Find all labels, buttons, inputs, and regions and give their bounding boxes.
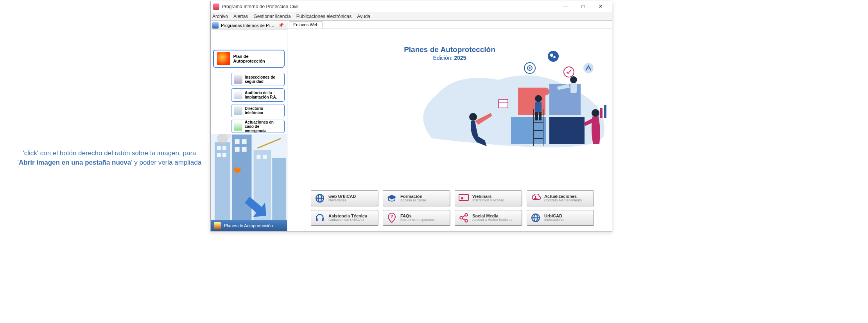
svg-point-50 bbox=[461, 197, 463, 199]
alert-icon bbox=[234, 122, 242, 131]
svg-rect-27 bbox=[499, 99, 508, 108]
book-icon bbox=[234, 91, 242, 99]
svg-rect-31 bbox=[604, 105, 606, 118]
sidebar-footer[interactable]: Planes de Autoprotección bbox=[211, 220, 287, 231]
instruction-text: 'click' con el botón derecho del ratón s… bbox=[16, 149, 203, 167]
sidebar: Programas Internos de Protección.. 📌 Pla… bbox=[211, 21, 287, 231]
directorio-label: Directorio telefónico bbox=[245, 106, 282, 115]
auditoria-label: Auditoria de la Implantación P.A. bbox=[245, 91, 282, 99]
svg-point-55 bbox=[465, 214, 468, 216]
sidebar-footer-icon bbox=[214, 222, 221, 229]
actuaciones-label: Actuaciones en caso de emergencia bbox=[245, 120, 282, 133]
inspecciones-label: Inspecciones de seguridad bbox=[245, 75, 282, 84]
svg-rect-8 bbox=[222, 153, 226, 157]
menu-gestionar[interactable]: Gestionar licencia bbox=[253, 14, 291, 19]
magnifier-icon bbox=[234, 75, 242, 84]
plan-autoproteccion-label: Plan de Autoprotección bbox=[233, 54, 281, 63]
formacion-button[interactable]: FormaciónAcceso al Curso bbox=[383, 190, 450, 206]
maximize-button[interactable]: □ bbox=[574, 1, 592, 12]
globe-icon bbox=[314, 193, 325, 204]
titlebar: Programa Interno de Protección Civil — □… bbox=[211, 1, 612, 12]
sidebar-illustration bbox=[211, 134, 287, 220]
tab-enlaces-web[interactable]: Enlaces Web bbox=[289, 22, 323, 29]
social-media-button[interactable]: Social MediaAcceso a Redes Sociales bbox=[455, 210, 522, 226]
pin-icon[interactable]: 📌 bbox=[277, 23, 285, 28]
main-pane: Enlaces Web Planes de Autoprotección Edi… bbox=[287, 21, 612, 231]
close-button[interactable]: ✕ bbox=[592, 1, 610, 12]
svg-line-58 bbox=[462, 219, 465, 220]
btn-sub: Encuentre respuestas bbox=[400, 218, 435, 222]
svg-rect-6 bbox=[222, 146, 226, 150]
svg-rect-49 bbox=[459, 194, 468, 201]
content-area: Programas Internos de Protección.. 📌 Pla… bbox=[211, 21, 612, 231]
web-urbicad-button[interactable]: web UrbiCADNovedades bbox=[311, 190, 378, 206]
menu-publicaciones[interactable]: Publicaciones electrónicas bbox=[296, 14, 352, 19]
btn-sub: Novedades bbox=[328, 199, 356, 203]
main-content: Planes de Autoprotección Edición: 2025 bbox=[287, 29, 612, 231]
btn-sub: Contrato Mantenimiento bbox=[544, 199, 582, 203]
auditoria-button[interactable]: Auditoria de la Implantación P.A. bbox=[231, 88, 285, 102]
tab-strip: Enlaces Web bbox=[289, 22, 323, 29]
instruction-line2: 'Abrir imagen en una pestaña nueva' y po… bbox=[16, 158, 203, 167]
svg-rect-52 bbox=[322, 218, 323, 221]
app-window: Programa Interno de Protección Civil — □… bbox=[210, 1, 612, 231]
urbicad-intl-button[interactable]: UrbiCADInternacional bbox=[527, 210, 594, 226]
sidebar-footer-label: Planes de Autoprotección bbox=[224, 223, 273, 228]
svg-rect-41 bbox=[535, 112, 538, 120]
phone-icon bbox=[234, 106, 242, 115]
sidebar-header: Programas Internos de Protección.. 📌 bbox=[211, 21, 287, 30]
actualizaciones-button[interactable]: ActualizacionesContrato Mantenimiento bbox=[527, 190, 594, 206]
sidebar-header-label: Programas Internos de Protección.. bbox=[221, 23, 274, 28]
svg-rect-7 bbox=[217, 153, 221, 157]
headset-icon bbox=[314, 212, 325, 223]
instruction-line1: 'click' con el botón derecho del ratón s… bbox=[16, 149, 203, 158]
menu-alertas[interactable]: Alertas bbox=[233, 14, 248, 19]
svg-rect-12 bbox=[242, 147, 247, 152]
directorio-button[interactable]: Directorio telefónico bbox=[231, 104, 285, 117]
link-buttons-grid: web UrbiCADNovedades FormaciónAcceso al … bbox=[311, 190, 600, 226]
svg-rect-51 bbox=[316, 218, 317, 221]
btn-sub: Internacional bbox=[544, 218, 565, 222]
svg-point-43 bbox=[570, 76, 577, 83]
svg-point-19 bbox=[550, 54, 553, 57]
svg-point-56 bbox=[465, 219, 468, 222]
svg-rect-30 bbox=[600, 108, 603, 118]
btn-sub: Inscripción y Acceso bbox=[472, 199, 504, 203]
svg-point-38 bbox=[469, 113, 477, 121]
fire-icon bbox=[217, 52, 230, 65]
svg-rect-9 bbox=[235, 139, 240, 144]
globe-icon bbox=[530, 212, 541, 223]
svg-point-18 bbox=[548, 51, 559, 62]
webinars-button[interactable]: WebinarsInscripción y Acceso bbox=[455, 190, 522, 206]
inspecciones-button[interactable]: Inspecciones de seguridad bbox=[231, 73, 285, 86]
btn-sub: Acceso al Curso bbox=[400, 199, 426, 203]
svg-point-23 bbox=[529, 67, 531, 69]
menubar: Archivo Alertas Gestionar licencia Publi… bbox=[211, 12, 612, 21]
svg-point-39 bbox=[535, 95, 542, 102]
svg-text:?: ? bbox=[390, 214, 393, 219]
svg-line-57 bbox=[462, 215, 465, 217]
svg-rect-4 bbox=[272, 158, 286, 220]
svg-rect-40 bbox=[535, 102, 542, 113]
btn-sub: Acceso a Redes Sociales bbox=[472, 218, 512, 222]
actuaciones-button[interactable]: Actuaciones en caso de emergencia bbox=[231, 120, 285, 133]
download-cloud-icon bbox=[530, 193, 541, 204]
svg-rect-20 bbox=[553, 56, 556, 58]
plan-autoproteccion-button[interactable]: Plan de Autoprotección bbox=[213, 50, 285, 68]
question-pin-icon: ? bbox=[386, 212, 397, 223]
btn-sub: Contacte con UrbiCAD bbox=[328, 218, 367, 222]
svg-rect-14 bbox=[263, 155, 267, 159]
svg-rect-5 bbox=[217, 146, 221, 150]
app-icon bbox=[213, 4, 219, 10]
menu-archivo[interactable]: Archivo bbox=[212, 14, 228, 19]
share-icon bbox=[458, 212, 469, 223]
svg-rect-11 bbox=[235, 147, 240, 152]
faqs-button[interactable]: ? FAQsEncuentre respuestas bbox=[383, 210, 450, 226]
window-title: Programa Interno de Protección Civil bbox=[222, 4, 554, 9]
asistencia-button[interactable]: Asistencia TécnicaContacte con UrbiCAD bbox=[311, 210, 378, 226]
svg-rect-44 bbox=[570, 83, 577, 93]
minimize-button[interactable]: — bbox=[557, 1, 574, 12]
svg-rect-1 bbox=[215, 142, 230, 220]
menu-ayuda[interactable]: Ayuda bbox=[357, 14, 370, 19]
sidebar-body: Plan de Autoprotección Inspecciones de s… bbox=[211, 30, 287, 220]
